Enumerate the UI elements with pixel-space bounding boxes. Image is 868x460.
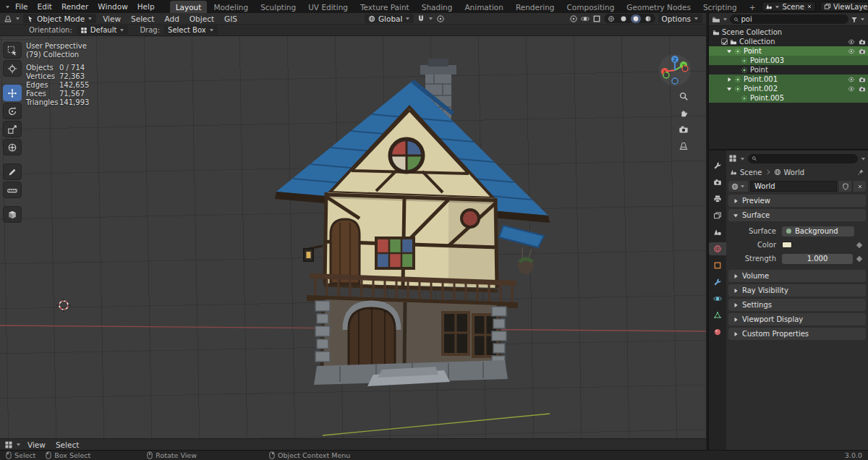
hide-in-viewport-icon[interactable]	[848, 38, 855, 46]
collection-checkbox[interactable]	[721, 38, 728, 45]
tab-render[interactable]	[709, 176, 726, 189]
show-gizmo-icon[interactable]	[569, 14, 578, 23]
hide-in-viewport-icon[interactable]	[848, 48, 855, 55]
properties-search-input[interactable]	[759, 155, 854, 163]
tab-physics[interactable]	[709, 292, 726, 305]
tool-cursor[interactable]	[3, 60, 22, 77]
workspace-tab-layout[interactable]: Layout	[170, 1, 208, 13]
tab-view-layer[interactable]	[709, 209, 726, 222]
workspace-tab-rendering[interactable]: Rendering	[510, 1, 561, 13]
transform-orientation-dropdown[interactable]: Global	[365, 14, 414, 23]
tool-annotate[interactable]	[3, 163, 22, 180]
hide-in-viewport-icon[interactable]	[848, 85, 855, 93]
tool-select-box[interactable]	[3, 42, 22, 59]
outliner-row-point-005[interactable]: Point.005	[709, 93, 868, 103]
scene-unlink-icon[interactable]	[807, 4, 812, 9]
world-browse-button[interactable]	[728, 181, 748, 192]
show-overlays-icon[interactable]	[581, 14, 590, 23]
keyframe-diamond-icon[interactable]	[856, 242, 862, 247]
expand-icon[interactable]	[726, 48, 732, 54]
workspace-tab-uv-editing[interactable]: UV Editing	[302, 1, 354, 13]
viewport-menu-view[interactable]: View	[99, 14, 124, 23]
proportional-editing-icon[interactable]	[436, 14, 445, 23]
snap-caret-icon[interactable]	[428, 16, 433, 21]
outliner-row-point-data[interactable]: Point	[709, 65, 868, 74]
viewport-menu-gis[interactable]: GIS	[221, 14, 241, 23]
menu-help[interactable]: Help	[133, 0, 159, 13]
menu-edit[interactable]: Edit	[33, 0, 56, 13]
unlink-world-button[interactable]	[854, 181, 866, 192]
footer-menu-select[interactable]: Select	[52, 440, 82, 449]
tab-material[interactable]	[709, 325, 726, 338]
disable-in-render-icon[interactable]	[859, 48, 866, 55]
shading-solid-button[interactable]	[618, 14, 629, 23]
options-dropdown[interactable]: Options	[658, 14, 703, 23]
section-viewport-display[interactable]: Viewport Display	[728, 313, 866, 325]
world-name-field[interactable]: World	[750, 181, 837, 192]
scene-selector[interactable]: Scene	[762, 1, 816, 12]
section-surface[interactable]: Surface	[728, 209, 866, 221]
viewport-menu-add[interactable]: Add	[161, 14, 182, 23]
shading-wireframe-button[interactable]	[606, 14, 616, 23]
section-settings[interactable]: Settings	[728, 299, 866, 311]
section-volume[interactable]: Volume	[728, 270, 866, 282]
tool-transform[interactable]	[3, 139, 22, 156]
tab-output[interactable]	[709, 192, 726, 205]
navigation-gizmo[interactable]: X Y Z	[658, 54, 692, 87]
section-ray-visibility[interactable]: Ray Visibility	[728, 284, 866, 297]
tool-measure[interactable]	[3, 182, 22, 198]
outliner-search-input[interactable]	[741, 15, 845, 23]
workspace-tab-scripting[interactable]: Scripting	[697, 1, 743, 13]
tab-tool[interactable]	[709, 159, 726, 172]
toggle-perspective-icon[interactable]	[678, 141, 689, 151]
tool-scale[interactable]	[3, 121, 22, 137]
editor-type-caret-icon[interactable]	[16, 442, 21, 447]
outliner-editor-caret-icon[interactable]	[723, 17, 728, 22]
disable-in-render-icon[interactable]	[859, 38, 866, 46]
editor-type-icon[interactable]	[4, 440, 13, 449]
menu-render[interactable]: Render	[57, 0, 93, 13]
section-custom-properties[interactable]: Custom Properties	[728, 328, 866, 340]
view-layer-selector[interactable]: ViewLayer	[820, 1, 868, 12]
workspace-tab-sculpting[interactable]: Sculpting	[255, 1, 302, 13]
outliner-row-point-002[interactable]: Point.002	[709, 84, 868, 93]
editor-type-caret-icon[interactable]	[15, 16, 20, 21]
disable-in-render-icon[interactable]	[859, 76, 866, 83]
workspace-tab-geometry-nodes[interactable]: Geometry Nodes	[621, 1, 697, 13]
filter-funnel-icon[interactable]	[851, 16, 858, 23]
pan-hand-icon[interactable]	[678, 108, 689, 118]
tab-object[interactable]	[709, 259, 726, 272]
keyframe-diamond-icon[interactable]	[856, 255, 862, 261]
outliner-row-point-001[interactable]: Point.001	[709, 74, 868, 84]
surface-type-button[interactable]: Background	[782, 226, 854, 237]
camera-view-icon[interactable]	[678, 124, 689, 135]
fake-user-shield-button[interactable]	[839, 181, 851, 192]
viewport-3d[interactable]: User Perspective (79) Collection Objects…	[0, 36, 706, 438]
add-workspace-button[interactable]: +	[744, 1, 762, 13]
strength-field[interactable]: 1.000	[782, 254, 853, 264]
footer-menu-view[interactable]: View	[24, 440, 49, 449]
tool-move[interactable]	[3, 85, 22, 101]
menu-window[interactable]: Window	[93, 0, 132, 13]
orientation-setting-dropdown[interactable]: Default	[77, 25, 129, 35]
viewport-menu-object[interactable]: Object	[186, 14, 218, 23]
tool-add-cube[interactable]	[3, 206, 22, 223]
shading-rendered-button[interactable]	[643, 14, 653, 23]
workspace-tab-animation[interactable]: Animation	[459, 1, 509, 13]
properties-editor-type-icon[interactable]	[728, 154, 737, 163]
world-color-swatch[interactable]	[782, 242, 792, 248]
pin-icon[interactable]	[857, 169, 864, 176]
mode-dropdown[interactable]: Object Mode	[23, 14, 96, 23]
tab-modifiers[interactable]	[709, 276, 726, 289]
drag-setting-dropdown[interactable]: Select Box	[164, 25, 218, 35]
tab-world[interactable]	[709, 242, 726, 255]
filter-caret-icon[interactable]	[860, 17, 865, 22]
workspace-tab-shading[interactable]: Shading	[416, 1, 459, 13]
properties-editor-caret-icon[interactable]	[740, 156, 745, 161]
menu-file[interactable]: File	[11, 0, 33, 13]
breadcrumb-world[interactable]: World	[784, 169, 805, 176]
toggle-xray-icon[interactable]	[592, 14, 601, 23]
outliner-row-collection[interactable]: Collection	[709, 37, 868, 46]
section-preview[interactable]: Preview	[728, 195, 866, 207]
zoom-icon[interactable]	[678, 91, 689, 101]
